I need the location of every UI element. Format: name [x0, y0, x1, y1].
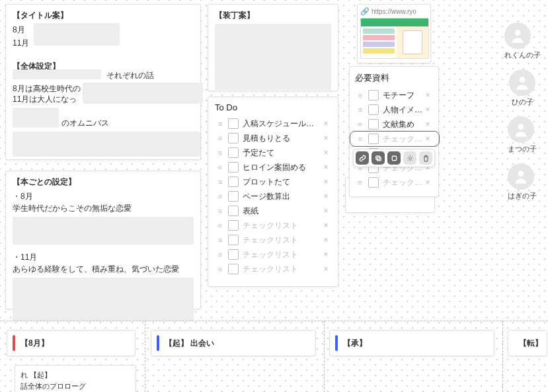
- avatar-name: れくんの子: [504, 50, 541, 60]
- remove-item-button[interactable]: ×: [321, 235, 331, 245]
- checkbox[interactable]: [228, 249, 239, 260]
- card-title-settings[interactable]: 【タイトル案】 8月 11月 【全体設定】 それぞれの話 8月は高校生時代の 1…: [5, 4, 201, 160]
- checkbox[interactable]: [228, 264, 239, 274]
- toolbar-duplicate-button[interactable]: [372, 151, 385, 165]
- collaborator[interactable]: はぎの子: [508, 163, 537, 201]
- remove-item-button[interactable]: ×: [422, 134, 433, 143]
- checklist-item[interactable]: ≡チェックリスト×: [212, 247, 334, 262]
- drag-handle-icon[interactable]: ≡: [215, 251, 224, 258]
- remove-item-button[interactable]: ×: [321, 148, 331, 157]
- toolbar-color-button[interactable]: [403, 151, 416, 165]
- board-canvas[interactable]: 【タイトル案】 8月 11月 【全体設定】 それぞれの話 8月は高校生時代の 1…: [0, 0, 548, 392]
- drag-handle-icon[interactable]: ≡: [355, 179, 364, 186]
- drag-handle-icon[interactable]: ≡: [215, 222, 224, 229]
- avatar: [509, 69, 535, 96]
- drag-handle-icon[interactable]: ≡: [215, 208, 224, 215]
- remove-item-button[interactable]: ×: [321, 221, 331, 230]
- remove-item-button[interactable]: ×: [321, 119, 331, 128]
- drag-handle-icon[interactable]: ≡: [355, 121, 364, 128]
- remove-item-button[interactable]: ×: [321, 177, 331, 186]
- checklist-label: 表紙: [243, 206, 321, 217]
- link-icon: 🔗: [360, 7, 370, 16]
- lane-color-bar: [335, 335, 338, 351]
- card-materials[interactable]: 必要資料 ≡モチーフ×≡人物イメージ×≡文献集め×≡チェックリスト×≡チェックリ…: [349, 66, 439, 197]
- checkbox[interactable]: [368, 104, 379, 115]
- card-per-book-settings[interactable]: 【本ごとの設定】 ・8月 学生時代だからこその無垢な恋愛 ・11月 あらゆる経験…: [5, 171, 201, 309]
- checklist-item[interactable]: ≡ページ数算出×: [212, 189, 334, 204]
- lane-header-ten[interactable]: 【転】: [508, 330, 547, 356]
- remove-item-button[interactable]: ×: [321, 192, 331, 201]
- drag-handle-icon[interactable]: ≡: [215, 178, 224, 186]
- remove-item-button[interactable]: ×: [321, 206, 331, 216]
- drag-handle-icon[interactable]: ≡: [215, 237, 224, 244]
- svg-point-6: [518, 124, 524, 130]
- checkbox[interactable]: [228, 176, 239, 187]
- lane-header-august[interactable]: 【8月】: [7, 330, 136, 356]
- toolbar-delete-button[interactable]: [419, 151, 432, 165]
- checkbox[interactable]: [368, 90, 379, 100]
- lane-title: 【承】: [343, 338, 367, 349]
- drag-handle-icon[interactable]: ≡: [355, 136, 364, 143]
- remove-item-button[interactable]: ×: [422, 120, 433, 129]
- checkbox[interactable]: [368, 177, 379, 188]
- checklist-item[interactable]: ≡ヒロイン案固める×: [212, 160, 334, 175]
- collaborator[interactable]: れくんの子: [504, 22, 541, 60]
- checkbox[interactable]: [228, 162, 239, 173]
- collaborator[interactable]: まつの子: [508, 116, 537, 154]
- card-url-bookmark[interactable]: 🔗 https://www.ryo: [357, 4, 431, 63]
- drag-handle-icon[interactable]: ≡: [215, 120, 224, 128]
- toolbar-link-button[interactable]: [356, 151, 369, 165]
- remove-item-button[interactable]: ×: [422, 91, 433, 100]
- checklist-item[interactable]: ≡表紙×: [212, 204, 334, 218]
- checklist-item[interactable]: ≡チェックリスト×: [352, 175, 436, 190]
- drag-handle-icon[interactable]: ≡: [215, 149, 224, 157]
- checkbox[interactable]: [228, 133, 239, 143]
- checklist-item[interactable]: ≡人物イメージ×: [352, 102, 436, 117]
- text: 11月: [13, 38, 29, 48]
- remove-item-button[interactable]: ×: [422, 105, 433, 114]
- checklist-item[interactable]: ≡チェックリスト×: [212, 262, 334, 276]
- drag-handle-icon[interactable]: ≡: [215, 135, 224, 142]
- drag-handle-icon[interactable]: ≡: [215, 164, 224, 171]
- collaborator[interactable]: ひの子: [509, 69, 535, 107]
- checklist-item[interactable]: ≡見積もりとる×: [212, 131, 334, 145]
- checkbox[interactable]: [228, 118, 239, 129]
- card-binding-proposal[interactable]: 【装丁案】: [208, 4, 338, 91]
- text: 11月は大人になっ: [13, 93, 77, 105]
- checkbox[interactable]: [228, 147, 239, 158]
- remove-item-button[interactable]: ×: [321, 250, 331, 259]
- drag-handle-icon[interactable]: ≡: [355, 106, 364, 114]
- checklist-item[interactable]: ≡予定たて×: [212, 145, 334, 160]
- checkbox[interactable]: [228, 191, 239, 202]
- remove-item-button[interactable]: ×: [321, 163, 331, 172]
- toolbar-frame-button[interactable]: [387, 151, 401, 165]
- url-text: https://www.ryo: [372, 8, 416, 15]
- checklist-item[interactable]: ≡入稿スケジュール確認×: [212, 116, 334, 131]
- checkbox[interactable]: [368, 119, 379, 130]
- checklist-item[interactable]: ≡文献集め×: [352, 117, 436, 132]
- checklist-item[interactable]: ≡プロットたて×: [212, 175, 334, 189]
- avatar: [508, 163, 534, 190]
- drag-handle-icon[interactable]: ≡: [215, 266, 224, 273]
- checkbox[interactable]: [228, 220, 239, 231]
- checklist-item[interactable]: ≡チェックリスト×: [352, 132, 436, 146]
- card-todo[interactable]: To Do ≡入稿スケジュール確認×≡見積もりとる×≡予定たて×≡ヒロイン案固め…: [208, 97, 338, 287]
- checkbox[interactable]: [228, 235, 239, 245]
- checklist-item[interactable]: ≡モチーフ×: [352, 88, 436, 102]
- checkbox[interactable]: [228, 206, 239, 216]
- lane-header-sho[interactable]: 【承】: [329, 330, 494, 356]
- checklist-item[interactable]: ≡チェックリスト×: [212, 218, 334, 233]
- redaction-block: [13, 278, 194, 321]
- remove-item-button[interactable]: ×: [422, 178, 433, 187]
- drag-handle-icon[interactable]: ≡: [355, 92, 364, 99]
- drag-handle-icon[interactable]: ≡: [215, 193, 224, 200]
- redaction-block: [83, 83, 203, 104]
- remove-item-button[interactable]: ×: [321, 134, 331, 143]
- checklist-item[interactable]: ≡チェックリスト×: [212, 233, 334, 247]
- collaborator-list: れくんの子 ひの子 まつの子 はぎの子: [502, 22, 543, 201]
- card-plot-note[interactable]: れ 【起】 話全体のプロローグ 彼女とのことを書きながら、: [15, 365, 136, 392]
- text: あらゆる経験をして、積み重ね、気づいた恋愛: [13, 263, 194, 275]
- checkbox[interactable]: [368, 134, 379, 144]
- lane-header-ki[interactable]: 【起】 出会い: [151, 330, 316, 356]
- remove-item-button[interactable]: ×: [321, 264, 331, 274]
